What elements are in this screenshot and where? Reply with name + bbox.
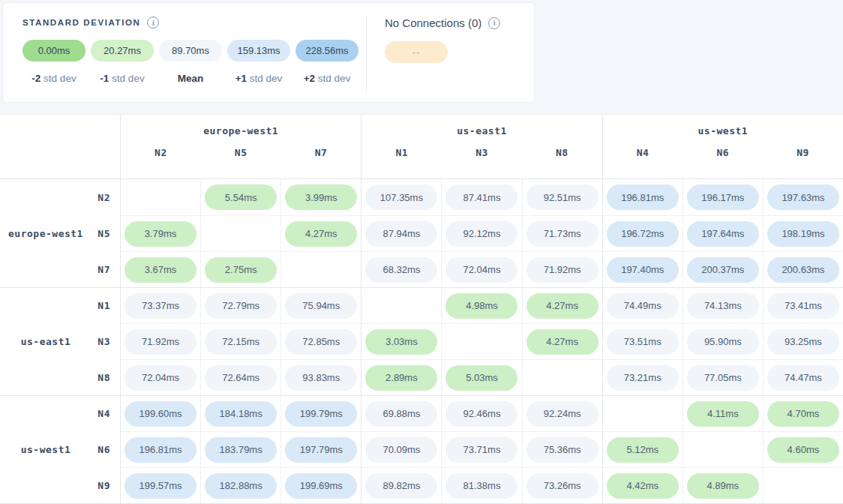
column-group-us-east1: us-east1N1N3N8 <box>361 115 602 178</box>
row-header-N2: N2 <box>98 179 110 215</box>
matrix-row-N2: N25.54ms3.99ms107.35ms87.41ms92.51ms196.… <box>0 179 843 215</box>
matrix-body: N25.54ms3.99ms107.35ms87.41ms92.51ms196.… <box>0 179 843 503</box>
column-group-nodes: N4N6N9 <box>603 147 843 178</box>
latency-cell-empty <box>682 431 763 467</box>
legend-item: 228.56ms+2 std dev <box>296 40 358 84</box>
legend-label-bold: +2 <box>304 73 315 84</box>
latency-cell: 198.19ms <box>763 215 843 251</box>
latency-pill: 87.94ms <box>365 221 437 247</box>
latency-pill: 87.41ms <box>446 184 518 210</box>
latency-cell: 3.79ms <box>120 215 200 251</box>
latency-pill: 71.73ms <box>526 221 598 247</box>
legend-label-rest: std dev <box>315 73 350 84</box>
column-header-N2: N2 <box>121 147 201 178</box>
latency-cell: 4.89ms <box>682 467 763 503</box>
latency-pill: 68.32ms <box>365 257 437 283</box>
legend-item-label: +2 std dev <box>304 73 351 84</box>
latency-pill: 197.64ms <box>687 221 759 247</box>
latency-pill: 4.11ms <box>687 401 759 427</box>
column-header-N5: N5 <box>201 147 281 178</box>
latency-cell: 4.27ms <box>522 323 602 359</box>
latency-cell: 4.11ms <box>682 396 763 431</box>
matrix-header-spacer <box>0 115 120 178</box>
latency-pill: 183.79ms <box>205 437 277 463</box>
matrix-header: europe-west1N2N5N7us-east1N1N3N8us-west1… <box>0 115 843 179</box>
latency-cell-empty <box>120 179 200 215</box>
column-header-N3: N3 <box>442 147 522 178</box>
latency-cell: 87.41ms <box>441 179 521 215</box>
row-header-N4: N4 <box>98 396 110 431</box>
no-connections-pill: -- <box>385 41 448 63</box>
latency-cell: 196.81ms <box>120 431 200 467</box>
column-group-us-west1: us-west1N4N6N9 <box>602 115 843 178</box>
latency-pill: 72.04ms <box>446 257 518 283</box>
latency-pill: 5.54ms <box>205 184 277 210</box>
legend-label-rest: std dev <box>40 73 76 84</box>
latency-pill: 77.05ms <box>687 365 759 391</box>
column-group-europe-west1: europe-west1N2N5N7 <box>120 115 361 178</box>
latency-cell: 197.64ms <box>682 215 763 251</box>
row-header-N5: N5 <box>98 215 110 251</box>
row-group-region-label: us-west1 <box>0 431 92 467</box>
latency-cell: 2.75ms <box>200 251 280 287</box>
no-connections-legend: No Connections (0) i -- <box>367 3 534 102</box>
latency-pill: 72.64ms <box>205 365 277 391</box>
latency-pill: 4.98ms <box>446 293 518 319</box>
column-header-N1: N1 <box>362 147 442 178</box>
latency-pill: 199.60ms <box>124 401 196 427</box>
latency-cell: 68.32ms <box>361 251 441 287</box>
column-group-region-label: europe-west1 <box>121 115 361 147</box>
no-connections-info-icon[interactable]: i <box>488 17 500 29</box>
latency-pill: 4.89ms <box>687 473 759 499</box>
latency-cell-empty <box>441 323 521 359</box>
latency-pill: 69.88ms <box>365 401 437 427</box>
latency-pill: 200.63ms <box>767 257 839 283</box>
latency-cell: 89.82ms <box>361 467 441 503</box>
legend-label-rest: std dev <box>247 73 282 84</box>
row-label-cell: N7 <box>0 251 120 287</box>
latency-cell: 4.42ms <box>602 467 682 503</box>
matrix-row-N6: us-west1N6196.81ms183.79ms197.79ms70.09m… <box>0 431 843 467</box>
latency-pill: 73.71ms <box>446 437 518 463</box>
row-label-cell: N2 <box>0 179 120 215</box>
matrix-row-N1: N173.37ms72.79ms75.94ms4.98ms4.27ms74.49… <box>0 287 843 323</box>
latency-cell: 75.36ms <box>522 431 602 467</box>
latency-pill: 197.40ms <box>607 257 679 283</box>
latency-cell: 72.04ms <box>120 359 200 395</box>
latency-cell: 199.79ms <box>280 396 361 431</box>
row-header-N9: N9 <box>98 467 110 503</box>
latency-cell: 73.21ms <box>602 359 682 395</box>
latency-cell: 71.92ms <box>120 323 200 359</box>
latency-cell: 72.79ms <box>200 288 280 323</box>
latency-cell-empty <box>522 359 602 395</box>
latency-cell: 87.94ms <box>361 215 441 251</box>
latency-pill: 196.17ms <box>687 184 759 210</box>
no-connections-label: No Connections (0) <box>385 16 482 29</box>
latency-pill: 197.63ms <box>767 184 839 210</box>
latency-pill: 92.51ms <box>526 184 598 210</box>
legend-pill: 159.13ms <box>227 40 290 62</box>
latency-cell: 199.60ms <box>120 396 200 431</box>
latency-cell: 107.35ms <box>361 179 441 215</box>
latency-pill: 182.88ms <box>205 473 277 499</box>
latency-pill: 4.27ms <box>526 329 598 355</box>
latency-pill: 198.19ms <box>767 221 839 247</box>
latency-cell: 199.57ms <box>120 467 200 503</box>
latency-pill: 4.70ms <box>767 401 839 427</box>
latency-cell: 196.72ms <box>602 215 682 251</box>
column-header-N9: N9 <box>763 147 843 178</box>
latency-pill: 74.13ms <box>687 293 759 319</box>
legend-item: 159.13ms+1 std dev <box>227 40 290 84</box>
latency-pill: 81.38ms <box>446 473 518 499</box>
legend-item: 89.70msMean <box>159 40 222 84</box>
latency-cell: 3.99ms <box>280 179 361 215</box>
latency-cell: 74.49ms <box>602 288 682 323</box>
latency-cell: 197.79ms <box>280 431 361 467</box>
latency-cell: 4.27ms <box>522 288 602 323</box>
row-header-N6: N6 <box>98 431 110 467</box>
latency-cell: 3.03ms <box>361 323 441 359</box>
std-dev-info-icon[interactable]: i <box>147 16 159 28</box>
latency-pill: 3.99ms <box>285 184 357 210</box>
std-dev-title: STANDARD DEVIATION <box>22 18 140 27</box>
latency-cell: 183.79ms <box>200 431 280 467</box>
